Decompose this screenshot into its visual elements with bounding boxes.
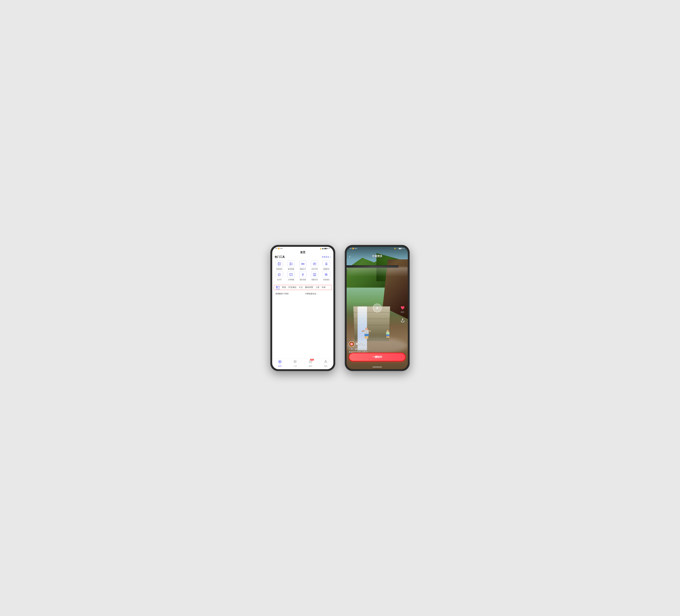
tool-label-split: 分屏视频 [288, 279, 294, 281]
phone-1-screen: HD 📶 WiFi 🔔 📷 5:14 首页 热门工具 查看更多 > [272, 247, 333, 369]
svg-text:印: 印 [279, 274, 280, 276]
tools-grid: 画面裁切 裁剪视频 视频合并 T 添加字幕 [272, 260, 333, 282]
tool-label-merge: 视频合并 [300, 268, 306, 270]
tool-item-split[interactable]: 分屏视频 [286, 271, 296, 281]
status-left-1: HD 📶 WiFi [275, 248, 283, 249]
tool-label-clip: 裁剪视频 [288, 268, 294, 270]
like-count: 213↑ [401, 311, 404, 313]
tool-item-speed[interactable]: 快放慢放 [321, 271, 332, 281]
template-name-2: 卡牌创意玩法 [304, 292, 332, 295]
one-click-make-button[interactable]: 一键制作 [349, 353, 406, 361]
cloud-upper [347, 267, 408, 277]
tool-item-audio[interactable]: 视频配音 [321, 260, 332, 270]
wifi-icon: WiFi [280, 248, 283, 249]
tools-icon [293, 360, 297, 365]
share-action[interactable] [400, 317, 406, 324]
time-display-1: 5:14 [328, 248, 330, 249]
battery-icon-2 [399, 248, 401, 249]
tool-label-subtitle: 添加字幕 [311, 268, 318, 270]
svg-marker-25 [327, 274, 328, 276]
home-icon [278, 360, 282, 365]
pause-icon: ⏸ [375, 306, 379, 310]
hot-tools-header: 热门工具 查看更多 > [272, 255, 333, 260]
bottom-nav: 首页 工具 New 教程 我的 [272, 358, 333, 369]
status-left-2: HD 📶 WiFi [350, 248, 357, 249]
hot-tools-title: 热门工具 [275, 255, 285, 259]
tab-hot[interactable]: 热门 [276, 286, 280, 289]
camera-icon-2: 📷 [396, 248, 398, 249]
status-right-2: 🔔 📷 5:14 [394, 248, 405, 249]
svg-line-6 [290, 264, 292, 265]
status-bar-2: HD 📶 WiFi 🔔 📷 5:14 [347, 247, 408, 250]
template-1-wrapper: 求解 为何要把我放下啊 KEEP DOWN MY PRINCESS 制作 深情献… [274, 291, 302, 295]
svg-rect-8 [302, 263, 302, 264]
svg-marker-43 [310, 361, 311, 362]
alarm-icon-2: 🔔 [394, 248, 396, 249]
tool-icon-extract [299, 271, 306, 278]
tool-item-subtitle[interactable]: T 添加字幕 [309, 260, 320, 270]
svg-text:T: T [314, 263, 315, 264]
tool-icon-watermark: 印 [276, 271, 283, 278]
heart-icon [400, 305, 406, 311]
phone-1: HD 📶 WiFi 🔔 📷 5:14 首页 热门工具 查看更多 > [270, 245, 335, 371]
play-pause-button[interactable]: ⏸ [373, 304, 381, 312]
tool-label-crop: 画面裁切 [276, 268, 282, 270]
template-name-1: 深情献给了时间 [274, 292, 302, 295]
new-badge: New [310, 359, 314, 361]
video-bottom-info: 🌸 随风飞扬 十年一遇的壮观景象！ 视频制作需要:张图片 [347, 341, 395, 354]
nav-item-home[interactable]: 首页 [272, 360, 288, 367]
tab-beat[interactable]: 卡点 [299, 286, 303, 289]
svg-rect-23 [313, 273, 316, 276]
tab-douyin[interactable]: 抖音爆款 [288, 286, 296, 289]
nav-label-home: 首页 [278, 365, 282, 367]
tool-icon-merge [299, 260, 306, 268]
nav-label-profile: 我的 [324, 365, 328, 367]
tool-item-watermark[interactable]: 印 去水印 [274, 271, 285, 281]
tab-free[interactable]: 限免 [282, 286, 286, 289]
wifi-icon-2: WiFi [355, 248, 357, 249]
back-button[interactable]: ‹ [349, 254, 350, 258]
tool-icon-subtitle: T [311, 260, 318, 268]
templates-row: 求解 为何要把我放下啊 KEEP DOWN MY PRINCESS 制作 深情献… [272, 291, 333, 295]
video-title: 壮丽泄洪 [372, 255, 382, 258]
signal-icon: HD [275, 248, 277, 249]
tool-icon-audio [323, 260, 330, 268]
network-icon: 📶 [278, 248, 280, 249]
share-icon [400, 317, 406, 324]
tabs-row: 热门 限免 抖音爆款 卡点 趣味抠图 上新 年龄 [274, 285, 332, 290]
tool-icon-speed [323, 271, 330, 278]
tab-new[interactable]: 上新 [315, 286, 319, 289]
video-screen: HD 📶 WiFi 🔔 📷 5:14 ‹ 壮丽泄洪 ⏸ [347, 247, 408, 369]
tool-label-extract: 提取音频 [300, 279, 306, 281]
divider-1 [275, 283, 331, 284]
tool-item-clip[interactable]: 裁剪视频 [286, 260, 296, 270]
tab-age[interactable]: 年龄 [322, 286, 326, 289]
nav-item-tutorial[interactable]: New 教程 [303, 360, 318, 367]
video-right-actions: 213↑ [400, 305, 406, 324]
person-man [364, 328, 369, 339]
author-avatar: 🌸 [349, 341, 355, 347]
svg-marker-41 [294, 360, 296, 363]
svg-point-3 [290, 263, 291, 263]
battery-icon-1 [324, 248, 327, 249]
see-more-link[interactable]: 查看更多 > [322, 256, 331, 258]
tool-item-crop[interactable]: 画面裁切 [274, 260, 285, 270]
tool-item-extract[interactable]: 提取音频 [297, 271, 308, 281]
tool-item-merge[interactable]: 视频合并 [297, 260, 308, 270]
svg-rect-0 [278, 263, 281, 265]
svg-point-40 [279, 361, 281, 362]
svg-line-5 [290, 263, 292, 263]
nav-item-profile[interactable]: 我的 [318, 360, 334, 367]
profile-icon [324, 360, 328, 365]
time-display-2: 5:14 [402, 248, 405, 249]
status-right-1: 🔔 📷 5:14 [320, 248, 330, 249]
phone-2: HD 📶 WiFi 🔔 📷 5:14 ‹ 壮丽泄洪 ⏸ [345, 245, 410, 371]
tab-fun[interactable]: 趣味抠图 [305, 286, 313, 289]
like-action[interactable]: 213↑ [400, 305, 406, 313]
tool-item-compress[interactable]: 视频压缩 [309, 271, 320, 281]
nav-item-tools[interactable]: 工具 [288, 360, 303, 367]
tool-icon-crop [276, 260, 283, 268]
video-desc-line1: 十年一遇的壮观景象！ [349, 348, 393, 351]
tool-icon-split [287, 271, 295, 278]
nav-label-tutorial: 教程 [309, 365, 312, 367]
